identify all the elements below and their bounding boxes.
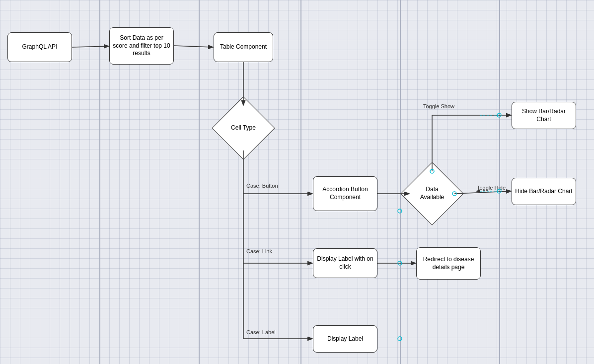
sort-data-node: Sort Data as per score and filter top 10… <box>109 27 174 65</box>
accordion-button-node: Accordion Button Component <box>313 176 377 211</box>
cell-type-diamond: Cell Type <box>221 106 266 150</box>
display-label-onclick-node: Display Label with on click <box>313 248 377 278</box>
show-bar-radar-node: Show Bar/Radar Chart <box>512 102 576 129</box>
hide-bar-radar-node: Hide Bar/Radar Chart <box>512 178 576 205</box>
svg-line-1 <box>174 46 213 47</box>
table-component-node: Table Component <box>214 32 273 62</box>
lane-divider-1 <box>99 0 100 364</box>
lane-divider-5 <box>499 0 500 364</box>
redirect-disease-node: Redirect to disease details page <box>416 247 481 280</box>
display-label-node: Display Label <box>313 325 377 353</box>
data-available-diamond: Data Available <box>410 171 454 216</box>
lane-divider-4 <box>400 0 401 364</box>
diagram-canvas: GraphQL API Sort Data as per score and f… <box>0 0 594 364</box>
lane-divider-3 <box>300 0 301 364</box>
graphql-api-node: GraphQL API <box>7 32 72 62</box>
arrows-overlay <box>0 0 594 364</box>
lane-divider-2 <box>199 0 200 364</box>
toggle-show-label: Toggle Show <box>423 103 454 109</box>
case-button-label: Case: Button <box>246 183 278 189</box>
case-link-label: Case: Link <box>246 248 272 254</box>
toggle-hide-label: Toggle Hide <box>477 185 506 191</box>
svg-line-0 <box>72 46 108 47</box>
case-label-label: Case: Label <box>246 329 276 335</box>
